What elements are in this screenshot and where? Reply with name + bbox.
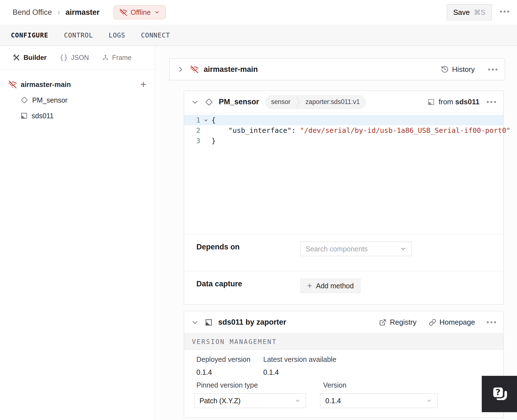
editor-line[interactable]: 1 { [184, 115, 503, 125]
chevron-down-icon [400, 246, 406, 252]
save-shortcut: ⌘S [474, 8, 485, 16]
version-management-heading: VERSION MANAGEMENT [184, 334, 503, 350]
chevron-down-icon [154, 10, 160, 15]
add-resource-button[interactable]: + [140, 79, 146, 89]
homepage-label: Homepage [440, 318, 475, 327]
svg-text:?: ? [495, 387, 500, 397]
depends-on-placeholder: Search components [306, 245, 368, 253]
save-button[interactable]: Save ⌘S [447, 4, 492, 20]
resource-tree: airmaster-main PM_sensor sds011 + [0, 69, 155, 124]
data-capture-section: Data capture + Add method [184, 271, 503, 305]
data-capture-label: Data capture [196, 280, 242, 288]
mode-json-label: JSON [71, 54, 89, 62]
mode-json[interactable]: {} JSON [60, 53, 89, 62]
mode-frame-label: Frame [112, 54, 131, 62]
chevron-down-icon [426, 398, 432, 404]
chevron-right-icon[interactable] [177, 66, 184, 73]
pinned-version-type-select[interactable]: Patch (X.Y.Z) [194, 393, 306, 408]
latest-version-value: 0.1.4 [263, 368, 279, 376]
tree-item-label: PM_sensor [32, 96, 67, 104]
component-card-pm-sensor: PM_sensor sensor zaporter:sds011:v1 from… [184, 91, 504, 305]
tree-item-sds011[interactable]: sds011 [0, 108, 155, 124]
chevron-down-icon[interactable] [191, 98, 199, 106]
tab-connect[interactable]: CONNECT [141, 32, 170, 39]
version-select[interactable]: 0.1.4 [320, 393, 438, 408]
tab-configure[interactable]: CONFIGURE [11, 32, 48, 39]
config-sidebar: Builder {} JSON Frame airmaster-main PM_… [0, 46, 155, 420]
from-module-name[interactable]: sds011 [455, 98, 480, 106]
add-method-label: Add method [316, 282, 354, 290]
module-icon [205, 318, 213, 326]
history-label: History [452, 65, 475, 74]
homepage-link[interactable]: Homepage [429, 318, 475, 327]
tree-item-pm-sensor[interactable]: PM_sensor [0, 92, 155, 108]
tab-logs[interactable]: LOGS [109, 32, 125, 39]
app-header: Bend Office › airmaster Offline Save ⌘S [0, 0, 517, 25]
wifi-off-icon [119, 8, 127, 16]
from-module-label: from sds011 [439, 98, 480, 106]
config-mode-switcher: Builder {} JSON Frame [0, 46, 155, 69]
add-method-button[interactable]: + Add method [300, 279, 361, 293]
line-number: 2 [184, 126, 200, 135]
editor-line[interactable]: 3 } [184, 136, 503, 146]
component-title: PM_sensor [219, 98, 259, 106]
latest-version-label: Latest version available [263, 355, 336, 364]
help-chat-icon: ? [490, 385, 508, 403]
mode-frame[interactable]: Frame [102, 54, 131, 62]
module-card-sds011: sds011 by zaporter Registry Homepage VER… [184, 311, 504, 418]
braces-icon: {} [60, 53, 68, 62]
from-prefix: from [439, 98, 453, 106]
badge-divider-chevron [296, 96, 300, 108]
version-value: 0.1.4 [325, 397, 341, 405]
save-label: Save [453, 8, 470, 17]
tab-control[interactable]: CONTROL [64, 32, 93, 39]
part-more-menu-button[interactable] [488, 69, 497, 70]
version-management-body: Deployed version Latest version availabl… [184, 350, 503, 418]
module-icon [427, 98, 435, 106]
machine-status-badge[interactable]: Offline [114, 5, 166, 19]
tree-item-label: sds011 [32, 112, 54, 120]
model-badge: zaporter:sds011:v1 [300, 96, 365, 108]
breadcrumb: Bend Office › airmaster [13, 8, 100, 17]
link-icon [429, 319, 436, 326]
component-type-model-badge: sensor zaporter:sds011:v1 [265, 95, 366, 109]
line-number: 3 [184, 137, 200, 145]
history-icon [441, 65, 449, 73]
header-more-menu-button[interactable] [500, 11, 509, 13]
component-diamond-icon [20, 96, 28, 104]
plus-icon: + [307, 282, 312, 290]
mode-builder[interactable]: Builder [13, 54, 47, 62]
code-text: "usb_interface": "/dev/serial/by-id/usb-… [212, 126, 511, 135]
type-badge: sensor [265, 96, 296, 108]
chevron-down-icon[interactable] [191, 319, 199, 326]
editor-line[interactable]: 2 "usb_interface": "/dev/serial/by-id/us… [184, 125, 503, 136]
fold-caret-icon[interactable] [200, 118, 212, 122]
breadcrumb-separator: › [58, 8, 60, 17]
attributes-json-editor[interactable]: 1 { 2 "usb_interface": "/dev/serial/by-i… [184, 113, 503, 234]
main-panel: airmaster-main History PM_sensor sensor [155, 46, 517, 420]
wifi-off-icon [190, 65, 199, 74]
chevron-down-icon [295, 398, 301, 404]
depends-on-select[interactable]: Search components [300, 242, 412, 256]
component-more-menu-button[interactable] [487, 101, 496, 103]
tree-item-airmaster-main[interactable]: airmaster-main [0, 77, 155, 92]
tools-icon [13, 54, 20, 62]
external-link-icon [379, 319, 386, 326]
module-title: sds011 by zaporter [218, 318, 286, 327]
help-button[interactable]: ? [482, 376, 517, 412]
pinned-version-type-value: Patch (X.Y.Z) [199, 397, 241, 405]
main-tab-bar: CONFIGURE CONTROL LOGS CONNECT [0, 25, 517, 46]
code-text: { [212, 116, 216, 124]
part-card-title: airmaster-main [204, 65, 258, 74]
breadcrumb-org[interactable]: Bend Office [13, 8, 52, 17]
module-more-menu-button[interactable] [487, 321, 496, 323]
component-card-header: PM_sensor sensor zaporter:sds011:v1 from… [184, 91, 503, 113]
deployed-version-value: 0.1.4 [196, 368, 212, 376]
frame-axes-icon [102, 54, 109, 61]
breadcrumb-machine: airmaster [65, 8, 100, 17]
history-button[interactable]: History [441, 65, 475, 74]
deployed-version-label: Deployed version [196, 355, 250, 364]
registry-label: Registry [390, 318, 416, 327]
code-text: } [212, 137, 216, 145]
registry-link[interactable]: Registry [379, 318, 416, 327]
